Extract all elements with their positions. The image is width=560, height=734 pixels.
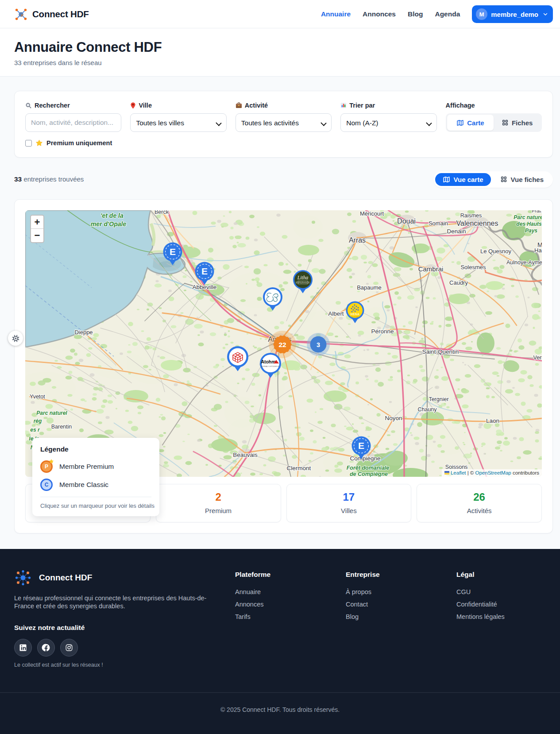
svg-text:Litha: Litha — [297, 275, 309, 280]
svg-text:Laon: Laon — [486, 417, 499, 424]
svg-text:Péronne: Péronne — [371, 328, 394, 335]
svg-text:Chauny: Chauny — [417, 406, 437, 413]
svg-text:Noyon: Noyon — [385, 415, 402, 421]
svg-text:LAB HUMAIN: LAB HUMAIN — [350, 316, 360, 318]
svg-text:Raismes: Raismes — [460, 212, 482, 219]
svg-text:de Compiègne: de Compiègne — [350, 471, 388, 477]
svg-text:Saint-Quentin: Saint-Quentin — [422, 348, 459, 355]
svg-text:Fraine: Fraine — [532, 210, 542, 213]
svg-text:es r: es r — [30, 427, 40, 433]
svg-text:Parc naturel: Parc naturel — [36, 410, 67, 416]
svg-text:Verv: Verv — [533, 355, 542, 361]
svg-text:Bapaume: Bapaume — [357, 284, 382, 291]
svg-text:Compiègne: Compiègne — [350, 455, 380, 462]
svg-text:E: E — [170, 247, 176, 257]
svg-text:Clermont: Clermont — [287, 465, 311, 471]
svg-text:BUREAU D ETUDES ET: BUREAU D ETUDES ET — [261, 366, 280, 367]
svg-text:Caudry: Caudry — [449, 279, 468, 286]
svg-text:Parc naturel: Parc naturel — [514, 214, 542, 220]
svg-text:Tergnier: Tergnier — [429, 396, 448, 402]
svg-text:22: 22 — [278, 341, 286, 348]
svg-text:Forêt domaniale: Forêt domaniale — [347, 465, 390, 471]
svg-text:Barentin: Barentin — [51, 424, 72, 430]
svg-text:Denain: Denain — [447, 228, 466, 235]
svg-text:des Hauts: des Hauts — [516, 221, 542, 227]
svg-text:mer d'Opale: mer d'Opale — [91, 220, 127, 228]
svg-text:Dieppe: Dieppe — [74, 329, 93, 336]
svg-text:HENA: HENA — [351, 313, 359, 316]
svg-text:Méricourt: Méricourt — [360, 210, 384, 217]
svg-text:Albert: Albert — [328, 310, 344, 317]
svg-text:'et de la: 'et de la — [100, 212, 124, 219]
svg-text:Aulnoye-Aymeri: Aulnoye-Aymeri — [506, 259, 542, 266]
svg-text:M: M — [537, 241, 542, 248]
svg-text:Valenciennes: Valenciennes — [456, 220, 498, 227]
svg-text:Douai: Douai — [397, 217, 416, 225]
svg-text:Atohm: Atohm — [261, 359, 275, 364]
svg-text:rég: rég — [34, 418, 42, 424]
svg-text:Le Quesnoy: Le Quesnoy — [480, 248, 512, 255]
svg-text:Solesmes: Solesmes — [460, 264, 486, 270]
svg-text:ESPERANCE: ESPERANCE — [296, 282, 309, 284]
svg-text:Yvetot: Yvetot — [30, 394, 45, 400]
svg-text:Abbeville: Abbeville — [193, 284, 217, 290]
svg-text:Cambrai: Cambrai — [418, 265, 444, 273]
svg-text:E: E — [358, 440, 364, 451]
svg-text:Pays: Pays — [525, 228, 537, 234]
svg-text:3: 3 — [317, 341, 320, 348]
svg-text:Somain: Somain — [429, 220, 448, 227]
svg-text:Beauvais: Beauvais — [233, 452, 258, 458]
svg-text:Berck: Berck — [154, 210, 169, 215]
svg-text:Arras: Arras — [349, 236, 366, 244]
svg-text:E: E — [201, 266, 208, 276]
